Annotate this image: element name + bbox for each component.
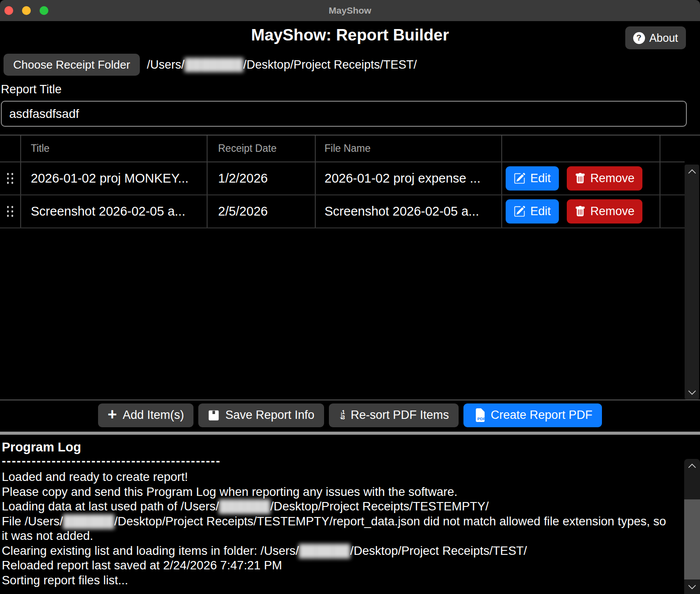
- redacted-username: ███████: [184, 58, 243, 71]
- remove-button[interactable]: Remove: [567, 199, 643, 224]
- column-header-title: Title: [21, 136, 208, 161]
- log-text: Clearing existing list and loading items…: [2, 544, 299, 557]
- header-gutter: [660, 136, 685, 161]
- titlebar: MayShow: [0, 0, 700, 21]
- log-line: Sorting report files list...: [2, 573, 669, 588]
- redacted-username: ██████: [219, 499, 270, 513]
- save-report-label: Save Report Info: [225, 408, 314, 422]
- receipt-rows: 2026-01-02 proj MONKEY...1/2/20262026-01…: [0, 162, 700, 228]
- chevron-down-icon[interactable]: [685, 390, 699, 396]
- plus-icon: +: [108, 408, 117, 421]
- log-line: File /Users/██████/Desktop/Project Recei…: [2, 514, 669, 543]
- log-line: Please copy and send this Program Log wh…: [2, 484, 669, 499]
- save-report-info-button[interactable]: Save Report Info: [198, 403, 324, 427]
- about-label: About: [649, 32, 678, 44]
- log-text: Loading data at last used path of /Users…: [2, 499, 219, 513]
- log-line: Loading data at last used path of /Users…: [2, 499, 669, 514]
- row-gutter: [660, 195, 685, 227]
- row-title-cell: Screenshot 2026-02-05 a...: [21, 195, 208, 227]
- log-lines: Loaded and ready to create report!Please…: [2, 469, 669, 587]
- remove-label: Remove: [591, 205, 635, 218]
- edit-button[interactable]: Edit: [506, 199, 559, 224]
- table-row: Screenshot 2026-02-05 a...2/5/2026Screen…: [0, 195, 685, 228]
- save-icon: [208, 410, 219, 421]
- table-header: Title Receipt Date File Name: [0, 136, 685, 162]
- remove-button[interactable]: Remove: [567, 166, 643, 191]
- chevron-down-icon[interactable]: [684, 584, 700, 590]
- row-receipt-date-cell: 2/5/2026: [208, 195, 316, 227]
- log-separator-line: ----------------------------------------…: [2, 455, 222, 468]
- log-text: Sorting report files list...: [2, 573, 128, 587]
- column-header-file-name: File Name: [316, 136, 502, 161]
- report-title-label: Report Title: [1, 83, 62, 96]
- remove-label: Remove: [591, 172, 635, 185]
- drag-handle-icon[interactable]: [7, 173, 14, 184]
- log-scrollbar-thumb[interactable]: [684, 499, 700, 579]
- question-circle-icon: ?: [633, 32, 645, 44]
- log-text: File /Users/: [2, 514, 63, 528]
- log-text: Please copy and send this Program Log wh…: [2, 485, 457, 499]
- log-line: Reloaded report last saved at 2/24/2026 …: [2, 558, 669, 573]
- log-line: Clearing existing list and loading items…: [2, 543, 669, 558]
- edit-button[interactable]: Edit: [506, 166, 559, 191]
- drag-column-header: [0, 136, 21, 161]
- row-file-name-cell: Screenshot 2026-02-05 a...: [316, 195, 502, 227]
- log-scrollbar[interactable]: [684, 459, 700, 594]
- pencil-square-icon: [514, 205, 525, 217]
- log-divider: [0, 432, 700, 435]
- table-row: 2026-01-02 proj MONKEY...1/2/20262026-01…: [0, 162, 685, 195]
- log-text: Loaded and ready to create report!: [2, 470, 188, 484]
- actions-column-header: [502, 136, 660, 161]
- log-line: Loaded and ready to create report!: [2, 469, 669, 484]
- redacted-username: ██████: [63, 514, 114, 528]
- about-button[interactable]: ? About: [625, 26, 686, 49]
- receipts-table: Title Receipt Date File Name 2026-01-02 …: [0, 135, 700, 400]
- trash-icon: [575, 172, 586, 184]
- resort-pdf-items-button[interactable]: ↓13 Re-sort PDF Items: [329, 403, 459, 427]
- edit-label: Edit: [530, 172, 551, 185]
- program-log: Program Log ----------------------------…: [0, 435, 700, 594]
- log-text: Reloaded report last saved at 2/24/2026 …: [2, 558, 282, 572]
- pencil-square-icon: [514, 172, 525, 184]
- row-title-cell: 2026-01-02 proj MONKEY...: [21, 162, 208, 194]
- chevron-up-icon[interactable]: [685, 169, 699, 174]
- path-suffix: /Desktop/Project Receipts/TEST/: [243, 58, 417, 71]
- toolbar: + Add Item(s) Save Report Info ↓13 Re-so…: [0, 400, 700, 430]
- file-pdf-icon: PDF: [473, 408, 485, 422]
- folder-row: Choose Receipt Folder /Users/███████/Des…: [4, 54, 417, 76]
- path-prefix: /Users/: [147, 58, 185, 71]
- resort-label: Re-sort PDF Items: [351, 408, 449, 422]
- row-actions-cell: EditRemove: [502, 195, 660, 227]
- choose-receipt-folder-button[interactable]: Choose Receipt Folder: [4, 54, 140, 76]
- drag-handle-icon[interactable]: [7, 206, 14, 217]
- log-text: /Desktop/Project Receipts/TEST/: [350, 544, 527, 557]
- sort-numeric-down-icon: ↓13: [339, 408, 345, 422]
- column-header-receipt-date: Receipt Date: [208, 136, 316, 161]
- table-scrollbar[interactable]: [685, 165, 699, 400]
- redacted-username: ██████: [299, 544, 350, 557]
- window-title: MayShow: [0, 5, 700, 16]
- row-actions-cell: EditRemove: [502, 162, 660, 194]
- row-gutter: [660, 162, 685, 194]
- row-file-name-cell: 2026-01-02 proj expense ...: [316, 162, 502, 194]
- add-items-label: Add Item(s): [123, 408, 184, 422]
- row-receipt-date-cell: 1/2/2026: [208, 162, 316, 194]
- log-text: /Desktop/Project Receipts/TESTEMPTY/: [270, 499, 489, 513]
- add-items-button[interactable]: + Add Item(s): [98, 403, 194, 427]
- chevron-up-icon[interactable]: [684, 463, 700, 469]
- log-heading: Program Log: [2, 440, 669, 455]
- page-title: MayShow: Report Builder: [0, 26, 700, 45]
- create-pdf-label: Create Report PDF: [491, 408, 592, 422]
- trash-icon: [575, 205, 586, 217]
- receipt-folder-path: /Users/███████/Desktop/Project Receipts/…: [147, 58, 417, 72]
- report-title-input[interactable]: [1, 101, 687, 127]
- create-report-pdf-button[interactable]: PDF Create Report PDF: [463, 403, 602, 427]
- edit-label: Edit: [530, 205, 551, 218]
- svg-text:PDF: PDF: [478, 417, 485, 421]
